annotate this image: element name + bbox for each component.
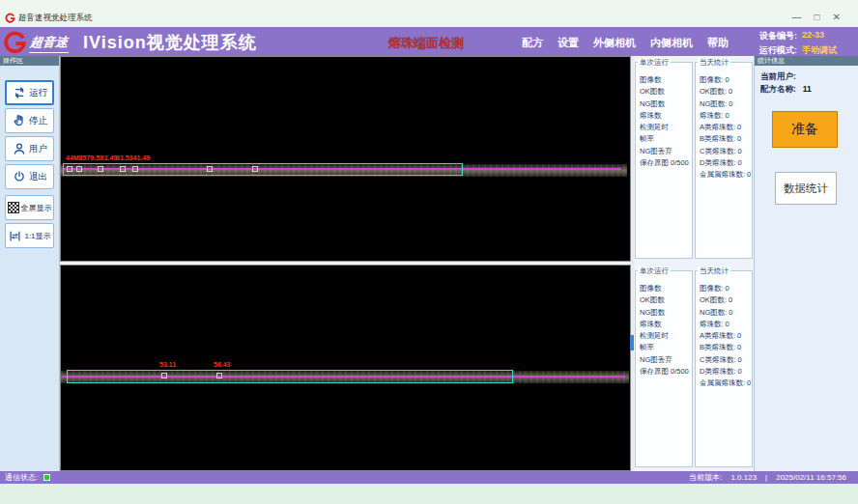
user-icon: [12, 141, 27, 156]
stat-row: D类熔珠数:0: [700, 154, 751, 166]
stat-label: 帧率: [640, 134, 654, 142]
stat-row: OK图数:0: [700, 83, 751, 95]
sidebar-item-stop[interactable]: 停止: [5, 108, 54, 133]
stat-label: 保存原图: [640, 158, 669, 166]
comm-status-label: 通信状态:: [5, 472, 38, 483]
status-bar: 通信状态: 当前版本: 1.0.123 | 2025/02/11 16:57:5…: [0, 471, 858, 484]
window-titlebar: 超音速视觉处理系统 — □ ✕: [0, 10, 858, 27]
stat-value: 0: [738, 158, 742, 166]
device-number-label: 设备编号:: [759, 30, 797, 42]
stat-label: 金属屑熔珠数:: [700, 378, 745, 386]
measure-box: [67, 166, 72, 172]
stat-row: NG图数:0: [700, 304, 751, 316]
stat-row: OK图数:0: [700, 292, 751, 303]
menu-item[interactable]: 设置: [558, 36, 579, 50]
stats-column: 单次运行 图像数 OK图数 NG图数 熔珠数: [634, 56, 754, 471]
stat-rows: 图像数:0 OK图数:0 NG图数:0 熔珠数:0 A类: [700, 280, 751, 387]
sidebar-item-label: 全屏显示: [21, 203, 52, 213]
prepare-button[interactable]: 准备: [772, 111, 838, 148]
stat-value: 0: [726, 75, 729, 83]
stat-label: NG图数:: [700, 99, 727, 107]
menu-bar: 配方设置外侧相机内侧相机帮助: [522, 36, 729, 50]
stat-label: D类熔珠数:: [700, 158, 736, 166]
sidebar-item-one-to-one[interactable]: 1:1显示: [5, 223, 54, 248]
maximize-button[interactable]: □: [815, 11, 820, 24]
stat-label: B类熔珠数:: [700, 134, 735, 142]
stat-value: 0: [729, 99, 732, 107]
stat-label: 熔珠数: [640, 111, 662, 119]
stat-label: 金属屑熔珠数:: [700, 170, 745, 178]
stat-label: OK图数: [640, 87, 665, 95]
sidebar-item-run[interactable]: 运行: [5, 80, 54, 105]
main-header: 超音速 IVision视觉处理系统 熔珠端面检测 配方设置外侧相机内侧相机帮助 …: [0, 27, 858, 56]
group-title: 单次运行: [638, 58, 671, 68]
stat-label: C类熔珠数:: [700, 147, 736, 154]
stat-value: 0: [729, 87, 732, 95]
stat-label: 图像数:: [700, 284, 724, 292]
stat-label: B类熔珠数:: [700, 343, 735, 350]
group-daily-bottom: 当天统计 图像数:0 OK图数:0 NG图数:0: [695, 270, 753, 467]
close-button[interactable]: ✕: [833, 11, 841, 24]
stat-label: 保存原图: [640, 367, 669, 375]
stat-row: D类熔珠数:0: [700, 363, 751, 375]
device-number-value: 22-33: [802, 30, 837, 42]
stat-row: 熔珠数: [640, 107, 691, 119]
stat-row: 金属屑熔珠数:0: [700, 166, 751, 178]
stat-label: 检测延时: [640, 331, 669, 339]
stat-label: NG图丢弃: [640, 147, 672, 154]
right-panel-title: 统计信息: [755, 56, 858, 66]
minimize-button[interactable]: —: [792, 11, 802, 24]
stat-value: 0/500: [671, 367, 689, 375]
stat-label: 图像数: [640, 75, 662, 83]
stat-label: 检测延时: [640, 123, 669, 130]
one-to-one-icon: [8, 229, 22, 243]
sidebar-item-user[interactable]: 用户: [5, 136, 54, 161]
app-window: 超音速视觉处理系统 — □ ✕ 超音速 IVision视觉处理系统 熔珠端面检测…: [0, 0, 858, 504]
stop-hand-icon: [12, 113, 27, 128]
stat-value: 0: [726, 111, 729, 119]
stat-row: B类熔珠数:0: [700, 339, 751, 350]
recipe-name-value: 11: [803, 84, 812, 94]
group-title: 单次运行: [638, 266, 671, 276]
stat-rows: 图像数:0 OK图数:0 NG图数:0 熔珠数:0 A类: [700, 71, 751, 179]
stat-label: NG图数: [640, 308, 665, 316]
stat-row: 检测延时: [640, 327, 691, 339]
stat-label: OK图数: [640, 295, 665, 303]
stat-row: B类熔珠数:0: [700, 130, 751, 142]
group-daily-top: 当天统计 图像数:0 OK图数:0 NG图数:0: [695, 62, 753, 259]
right-panel: 统计信息 当前用户: 配方名称:11 准备 数据统计: [754, 56, 858, 471]
recipe-name-row: 配方名称:11: [760, 84, 812, 96]
menu-item[interactable]: 帮助: [707, 36, 729, 50]
measure-box: [98, 166, 103, 172]
sidebar-item-label: 1:1显示: [24, 231, 50, 241]
menu-item[interactable]: 内侧相机: [650, 36, 693, 50]
stat-value: 0/500: [671, 158, 689, 166]
current-user-row: 当前用户:: [760, 71, 803, 83]
camera-viewport-top[interactable]: 44M8579.5X1.49 31.5341.49: [60, 56, 631, 262]
stat-row: OK图数: [640, 292, 691, 303]
menu-item[interactable]: 配方: [522, 36, 543, 50]
stat-row: 检测延时: [640, 119, 691, 130]
data-stats-button[interactable]: 数据统计: [775, 172, 837, 205]
power-icon: [12, 169, 27, 184]
group-title: 当天统计: [698, 266, 730, 276]
stat-label: 图像数: [640, 284, 662, 292]
recipe-name-label: 配方名称:: [760, 84, 796, 94]
stat-value: 0: [729, 295, 732, 303]
stat-row: 帧率: [640, 130, 691, 142]
fullscreen-grid-icon: [8, 202, 19, 213]
sidebar-item-fullscreen[interactable]: 全屏显示: [5, 195, 54, 220]
version-label: 当前版本:: [689, 472, 722, 483]
stat-row: 金属屑熔珠数:0: [700, 375, 751, 386]
sidebar-item-label: 停止: [29, 115, 47, 127]
stat-row: C类熔珠数:0: [700, 351, 751, 363]
measure-box: [132, 166, 138, 172]
stat-row: 保存原图0/500: [640, 154, 691, 166]
camera-viewport-bottom[interactable]: 53.11 56.43: [60, 265, 631, 471]
stat-value: 0: [737, 331, 741, 339]
version-value: 1.0.123: [730, 473, 757, 482]
stat-label: OK图数:: [700, 295, 727, 303]
stat-value: 0: [729, 308, 732, 316]
sidebar-item-exit[interactable]: 退出: [5, 164, 54, 189]
menu-item[interactable]: 外侧相机: [593, 36, 636, 50]
